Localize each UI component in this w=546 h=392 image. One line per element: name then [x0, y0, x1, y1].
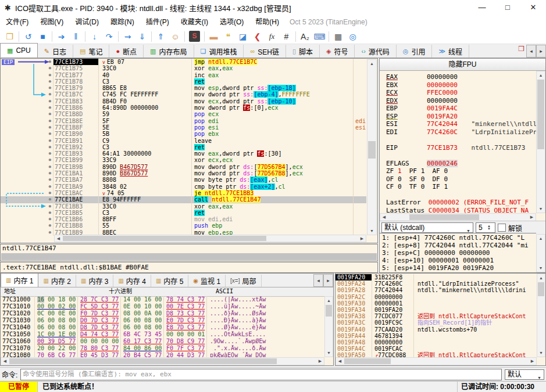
- disasm-row[interactable]: ●77CE1B8E5Fpop ediedi: [1, 118, 366, 124]
- register-row[interactable]: EAX00000000: [386, 73, 536, 81]
- last-error-row[interactable]: LastError 00000002 (ERROR_FILE_NOT_F: [386, 199, 536, 207]
- menu-item-7[interactable]: 选项(O): [214, 15, 249, 29]
- disasm-vertical-scrollbar[interactable]: ▲ ▼: [367, 59, 377, 235]
- calling-convention-dropdown[interactable]: 默认 (stdcall): [381, 222, 473, 233]
- command-input[interactable]: [20, 369, 502, 380]
- breakpoint-dot-icon[interactable]: ●: [1, 131, 53, 137]
- command-mode-dropdown[interactable]: 默认: [505, 369, 544, 380]
- call-argument-row[interactable]: 3: [esp+C] 00000000 00000000: [382, 249, 536, 257]
- disasm-horizontal-scrollbar[interactable]: ◀ ▶: [54, 235, 366, 242]
- register-gap[interactable]: [386, 136, 536, 144]
- dump-horizontal-scrollbar[interactable]: ◀ ▶: [1, 357, 324, 365]
- tab-内存布局[interactable]: ▥内存布局: [144, 45, 194, 57]
- call-argument-row[interactable]: 2: [esp+8] 77C42044 ntdll.77C42044 "mi: [382, 242, 536, 249]
- stack-row[interactable]: 0019FA4800000000: [336, 339, 537, 346]
- scroll-up-icon[interactable]: ▲: [537, 235, 545, 242]
- call-argument-row[interactable]: 1: [esp+4] 77C4260C ntdll.77C4260C "L: [382, 234, 536, 242]
- stack-row[interactable]: 0019FA3C0019FC9C指向SEH_Record[1]的指针: [336, 319, 537, 326]
- scroll-left-icon[interactable]: ◀: [55, 235, 62, 242]
- scroll-left-icon[interactable]: ◀: [380, 214, 388, 221]
- scroll-right-icon[interactable]: ▶: [528, 214, 536, 221]
- stack-row[interactable]: 0019FA3000000001: [336, 300, 537, 307]
- step-into-icon[interactable]: ↓: [87, 30, 102, 43]
- label-icon[interactable]: ◪: [235, 30, 250, 43]
- dump-row[interactable]: 77C3100016 00 18 0028 7C C3 7714 00 16 0…: [1, 296, 324, 303]
- disasm-row[interactable]: ●77CE1B92C3ret: [1, 144, 366, 150]
- disasm-row[interactable]: ●77CE1B73vEB 07jmp ntdll.77CE1B7C: [1, 59, 366, 65]
- breakpoint-dot-icon[interactable]: ●: [1, 229, 53, 236]
- stack-row[interactable]: 0019FA2031B225F8: [336, 274, 537, 280]
- dump-tab-内存 3[interactable]: ▥内存 3: [76, 275, 113, 287]
- register-row[interactable]: EBX00000000: [386, 81, 536, 89]
- disasm-row[interactable]: ●77CE1B8F5Epop esiesi: [1, 124, 366, 131]
- stack-row[interactable]: 0019FA4446781394: [336, 333, 537, 339]
- bookmark-icon[interactable]: ❮: [250, 30, 265, 43]
- disasm-row[interactable]: ●77CE1BACv74 05je ntdll.77CE1BB3: [1, 190, 366, 196]
- scroll-right-icon[interactable]: ▶: [529, 358, 536, 365]
- stack-row[interactable]: 0019FA2C00000000: [336, 294, 537, 300]
- stop-debug-icon[interactable]: ■: [35, 30, 50, 43]
- menu-item-1[interactable]: 文件(F): [0, 15, 34, 29]
- breakpoint-dot-icon[interactable]: ●: [1, 210, 53, 216]
- handles-tab-icon[interactable]: ❒: [518, 45, 524, 57]
- register-row[interactable]: ESP0019FA20: [386, 113, 536, 121]
- arguments-vertical-scrollbar[interactable]: ▲ ▼: [536, 234, 545, 272]
- stack-row[interactable]: 0019FA2877C42044ntdll."minkernel\\ntdll\…: [336, 287, 537, 293]
- animate-into-icon[interactable]: ⇝: [120, 30, 135, 43]
- register-row[interactable]: ECXFFEC0000: [386, 89, 536, 97]
- dump-row[interactable]: 77C3104006 00 08 00D8 7D C3 7706 00 08 0…: [1, 324, 324, 331]
- stack-row[interactable]: 0019FA2477C4260Cntdll."LdrpInitializePro…: [336, 280, 537, 287]
- breakpoint-dot-icon[interactable]: ●: [1, 118, 53, 124]
- breakpoint-dot-icon[interactable]: ●: [1, 184, 53, 190]
- disasm-row[interactable]: ●77CE1BA1890D B867D577mov dword ptr ds:[…: [1, 170, 366, 177]
- run-icon[interactable]: ➔: [54, 30, 69, 43]
- last-error-row[interactable]: LastStatus C0000034 (STATUS_OBJECT_NA: [386, 207, 536, 214]
- scroll-thumb[interactable]: [344, 358, 391, 364]
- scroll-down-icon[interactable]: ▼: [367, 227, 376, 235]
- tab-scroll-left-icon[interactable]: ◂: [313, 274, 323, 287]
- disasm-row[interactable]: ●77CE1B8664:890D 00000000mov dword ptr f…: [1, 105, 366, 111]
- hide-fpu-button[interactable]: 隐藏FPU: [380, 59, 545, 71]
- function-fx-icon[interactable]: fx: [265, 30, 279, 43]
- scroll-thumb[interactable]: [63, 236, 266, 241]
- tab-符号[interactable]: ◈符号: [320, 45, 355, 57]
- register-row[interactable]: ESI77C42044 "minkernel\\ntdll\: [386, 120, 536, 128]
- menu-item-5[interactable]: 插件(P): [140, 15, 175, 29]
- dump-row[interactable]: 77C3106000 39 D5 7700 00 00 0060 17 C3 7…: [1, 338, 324, 345]
- scroll-up-icon[interactable]: ▲: [537, 71, 545, 79]
- stack-row[interactable]: 0019FA340019FA20: [336, 307, 537, 313]
- breakpoint-dot-icon[interactable]: ●: [1, 72, 53, 78]
- breakpoint-dot-icon[interactable]: ●: [1, 65, 53, 71]
- flags-row[interactable]: ZF 1 PF 1 AF 0: [386, 167, 536, 175]
- scroll-left-icon[interactable]: ◀: [336, 358, 344, 365]
- tab-日志[interactable]: ✎日志: [38, 45, 73, 57]
- scroll-up-icon[interactable]: ▲: [367, 60, 376, 67]
- breakpoint-dot-icon[interactable]: ●: [1, 157, 53, 163]
- register-gap[interactable]: [386, 152, 536, 160]
- memory-dump-pane[interactable]: ▥内存 1▥内存 2▥内存 3▥内存 4▥内存 5◉监视 1[x=]局部◂▸ 地…: [0, 273, 334, 366]
- breakpoint-dot-icon[interactable]: ●: [1, 98, 53, 105]
- stack-row[interactable]: 0019FA50┌77CDC088返回到 ntdll.RtlCaptureSta…: [336, 352, 537, 357]
- scroll-thumb[interactable]: [326, 305, 332, 317]
- minimize-button[interactable]: —: [469, 0, 495, 15]
- menu-item-3[interactable]: 调试(D): [69, 15, 105, 29]
- struct-hash-icon[interactable]: #: [279, 30, 294, 43]
- register-row[interactable]: EDX00000000: [386, 97, 536, 105]
- menu-item-8[interactable]: 帮助(H): [249, 15, 285, 29]
- restart-icon[interactable]: ↺: [21, 30, 35, 43]
- run-to-user-code-icon[interactable]: ⇑: [154, 30, 168, 43]
- scroll-thumb[interactable]: [368, 141, 376, 159]
- dump-row[interactable]: 77C3108070 6B C6 77E0 45 D3 7720 B4 C5 7…: [1, 352, 324, 357]
- disasm-row[interactable]: ●77CE1B78C3ret: [1, 78, 366, 85]
- switch-thread-icon[interactable]: ☺: [168, 30, 183, 43]
- stack-row[interactable]: 0019FA3877CDC077返回到 ntdll.RtlCaptureStac…: [336, 313, 537, 319]
- scroll-right-icon[interactable]: ▶: [316, 358, 324, 365]
- breakpoint-dot-icon[interactable]: ●: [1, 196, 53, 203]
- scroll-down-icon[interactable]: ▼: [537, 349, 545, 357]
- breakpoint-dot-icon[interactable]: ●: [1, 144, 53, 150]
- breakpoint-dot-icon[interactable]: ●: [1, 111, 53, 117]
- step-over-icon[interactable]: ↷: [102, 30, 116, 43]
- dump-tab-内存 5[interactable]: ▥内存 5: [151, 275, 188, 287]
- close-button[interactable]: ✕: [520, 0, 546, 15]
- menu-item-4[interactable]: 跟踪(N): [105, 15, 140, 29]
